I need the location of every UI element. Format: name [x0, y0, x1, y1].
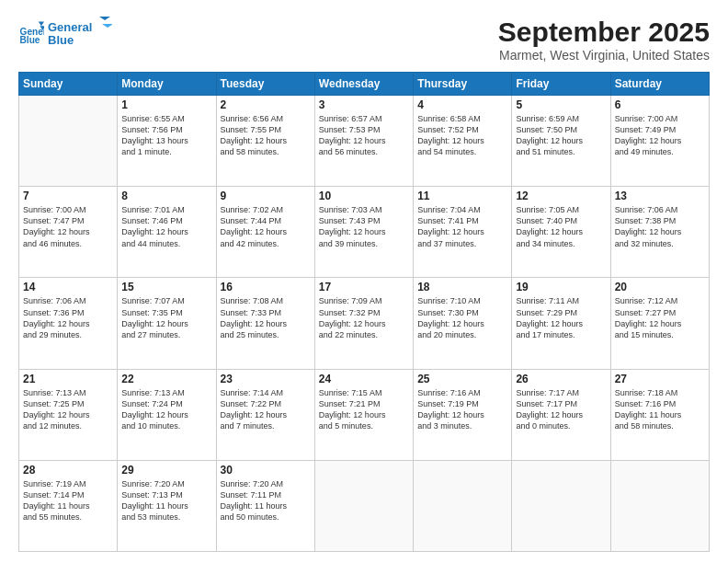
day-number: 3 [319, 98, 409, 111]
table-row: 27Sunrise: 7:18 AM Sunset: 7:16 PM Dayli… [610, 369, 709, 460]
day-number: 30 [221, 464, 311, 477]
table-row [19, 96, 118, 187]
day-info: Sunrise: 7:00 AM Sunset: 7:49 PM Dayligh… [615, 113, 705, 158]
day-info: Sunrise: 7:18 AM Sunset: 7:16 PM Dayligh… [615, 387, 705, 432]
logo-icon: General Blue [18, 20, 44, 46]
day-number: 29 [121, 464, 211, 477]
logo-svg: General Blue [48, 17, 112, 50]
table-row: 9Sunrise: 7:02 AM Sunset: 7:44 PM Daylig… [216, 187, 314, 278]
day-number: 4 [417, 98, 507, 111]
day-number: 13 [615, 190, 705, 202]
day-info: Sunrise: 7:19 AM Sunset: 7:14 PM Dayligh… [23, 478, 113, 523]
table-row: 8Sunrise: 7:01 AM Sunset: 7:46 PM Daylig… [118, 187, 216, 278]
day-number: 22 [121, 373, 211, 385]
header-friday: Friday [512, 73, 610, 96]
table-row: 10Sunrise: 7:03 AM Sunset: 7:43 PM Dayli… [314, 187, 413, 278]
table-row: 20Sunrise: 7:12 AM Sunset: 7:27 PM Dayli… [610, 278, 709, 369]
svg-text:Blue: Blue [48, 33, 74, 47]
day-number: 6 [615, 98, 705, 111]
table-row: 29Sunrise: 7:20 AM Sunset: 7:13 PM Dayli… [118, 460, 216, 551]
day-number: 21 [23, 373, 113, 385]
table-row [314, 460, 413, 551]
day-info: Sunrise: 7:03 AM Sunset: 7:43 PM Dayligh… [319, 204, 409, 249]
table-row: 7Sunrise: 7:00 AM Sunset: 7:47 PM Daylig… [19, 187, 118, 278]
header-monday: Monday [118, 73, 216, 96]
table-row: 5Sunrise: 6:59 AM Sunset: 7:50 PM Daylig… [512, 96, 610, 187]
day-number: 18 [417, 281, 507, 293]
calendar-header-row: Sunday Monday Tuesday Wednesday Thursday… [19, 73, 710, 96]
header-wednesday: Wednesday [314, 73, 413, 96]
title-section: September 2025 Marmet, West Virginia, Un… [498, 17, 710, 63]
calendar-week-row: 7Sunrise: 7:00 AM Sunset: 7:47 PM Daylig… [19, 187, 710, 278]
day-number: 5 [516, 98, 606, 111]
header-tuesday: Tuesday [216, 73, 314, 96]
day-info: Sunrise: 7:00 AM Sunset: 7:47 PM Dayligh… [23, 204, 113, 249]
table-row: 4Sunrise: 6:58 AM Sunset: 7:52 PM Daylig… [414, 96, 512, 187]
table-row: 22Sunrise: 7:13 AM Sunset: 7:24 PM Dayli… [118, 369, 216, 460]
day-info: Sunrise: 7:04 AM Sunset: 7:41 PM Dayligh… [417, 204, 507, 249]
header: General Blue General Blue September 2025… [18, 17, 710, 63]
header-saturday: Saturday [610, 73, 709, 96]
table-row: 3Sunrise: 6:57 AM Sunset: 7:53 PM Daylig… [314, 96, 413, 187]
day-info: Sunrise: 7:06 AM Sunset: 7:36 PM Dayligh… [23, 295, 113, 340]
table-row: 11Sunrise: 7:04 AM Sunset: 7:41 PM Dayli… [414, 187, 512, 278]
location: Marmet, West Virginia, United States [498, 48, 710, 63]
day-number: 9 [221, 190, 311, 202]
table-row [414, 460, 512, 551]
header-sunday: Sunday [19, 73, 118, 96]
day-info: Sunrise: 7:12 AM Sunset: 7:27 PM Dayligh… [615, 295, 705, 340]
table-row: 28Sunrise: 7:19 AM Sunset: 7:14 PM Dayli… [19, 460, 118, 551]
svg-marker-2 [39, 22, 44, 27]
day-number: 2 [221, 98, 311, 111]
month-title: September 2025 [498, 17, 710, 48]
day-info: Sunrise: 7:01 AM Sunset: 7:46 PM Dayligh… [121, 204, 211, 249]
day-info: Sunrise: 7:02 AM Sunset: 7:44 PM Dayligh… [221, 204, 311, 249]
table-row: 13Sunrise: 7:06 AM Sunset: 7:38 PM Dayli… [610, 187, 709, 278]
day-info: Sunrise: 7:07 AM Sunset: 7:35 PM Dayligh… [121, 295, 211, 340]
table-row: 26Sunrise: 7:17 AM Sunset: 7:17 PM Dayli… [512, 369, 610, 460]
day-info: Sunrise: 7:11 AM Sunset: 7:29 PM Dayligh… [516, 295, 606, 340]
logo: General Blue General Blue [18, 17, 112, 50]
table-row: 24Sunrise: 7:15 AM Sunset: 7:21 PM Dayli… [314, 369, 413, 460]
day-info: Sunrise: 7:20 AM Sunset: 7:11 PM Dayligh… [221, 478, 311, 523]
table-row: 17Sunrise: 7:09 AM Sunset: 7:32 PM Dayli… [314, 278, 413, 369]
table-row: 15Sunrise: 7:07 AM Sunset: 7:35 PM Dayli… [118, 278, 216, 369]
table-row: 21Sunrise: 7:13 AM Sunset: 7:25 PM Dayli… [19, 369, 118, 460]
calendar-week-row: 14Sunrise: 7:06 AM Sunset: 7:36 PM Dayli… [19, 278, 710, 369]
day-info: Sunrise: 7:09 AM Sunset: 7:32 PM Dayligh… [319, 295, 409, 340]
day-number: 25 [417, 373, 507, 385]
calendar-week-row: 1Sunrise: 6:55 AM Sunset: 7:56 PM Daylig… [19, 96, 710, 187]
table-row: 25Sunrise: 7:16 AM Sunset: 7:19 PM Dayli… [414, 369, 512, 460]
table-row [610, 460, 709, 551]
day-info: Sunrise: 7:14 AM Sunset: 7:22 PM Dayligh… [221, 387, 311, 432]
day-info: Sunrise: 7:10 AM Sunset: 7:30 PM Dayligh… [417, 295, 507, 340]
day-info: Sunrise: 7:08 AM Sunset: 7:33 PM Dayligh… [221, 295, 311, 340]
day-info: Sunrise: 7:13 AM Sunset: 7:25 PM Dayligh… [23, 387, 113, 432]
day-number: 20 [615, 281, 705, 293]
day-number: 8 [121, 190, 211, 202]
table-row: 18Sunrise: 7:10 AM Sunset: 7:30 PM Dayli… [414, 278, 512, 369]
table-row: 16Sunrise: 7:08 AM Sunset: 7:33 PM Dayli… [216, 278, 314, 369]
day-number: 19 [516, 281, 606, 293]
day-info: Sunrise: 6:57 AM Sunset: 7:53 PM Dayligh… [319, 113, 409, 158]
day-info: Sunrise: 7:15 AM Sunset: 7:21 PM Dayligh… [319, 387, 409, 432]
day-number: 27 [615, 373, 705, 385]
day-number: 11 [417, 190, 507, 202]
day-number: 28 [23, 464, 113, 477]
table-row: 12Sunrise: 7:05 AM Sunset: 7:40 PM Dayli… [512, 187, 610, 278]
day-info: Sunrise: 7:05 AM Sunset: 7:40 PM Dayligh… [516, 204, 606, 249]
day-number: 10 [319, 190, 409, 202]
day-info: Sunrise: 7:17 AM Sunset: 7:17 PM Dayligh… [516, 387, 606, 432]
calendar-table: Sunday Monday Tuesday Wednesday Thursday… [18, 72, 710, 552]
day-number: 14 [23, 281, 113, 293]
day-number: 1 [121, 98, 211, 111]
day-info: Sunrise: 6:56 AM Sunset: 7:55 PM Dayligh… [221, 113, 311, 158]
day-number: 16 [221, 281, 311, 293]
day-info: Sunrise: 7:20 AM Sunset: 7:13 PM Dayligh… [121, 478, 211, 523]
svg-marker-7 [102, 24, 112, 28]
table-row: 6Sunrise: 7:00 AM Sunset: 7:49 PM Daylig… [610, 96, 709, 187]
day-number: 15 [121, 281, 211, 293]
day-info: Sunrise: 6:58 AM Sunset: 7:52 PM Dayligh… [417, 113, 507, 158]
day-info: Sunrise: 7:06 AM Sunset: 7:38 PM Dayligh… [615, 204, 705, 249]
day-number: 12 [516, 190, 606, 202]
